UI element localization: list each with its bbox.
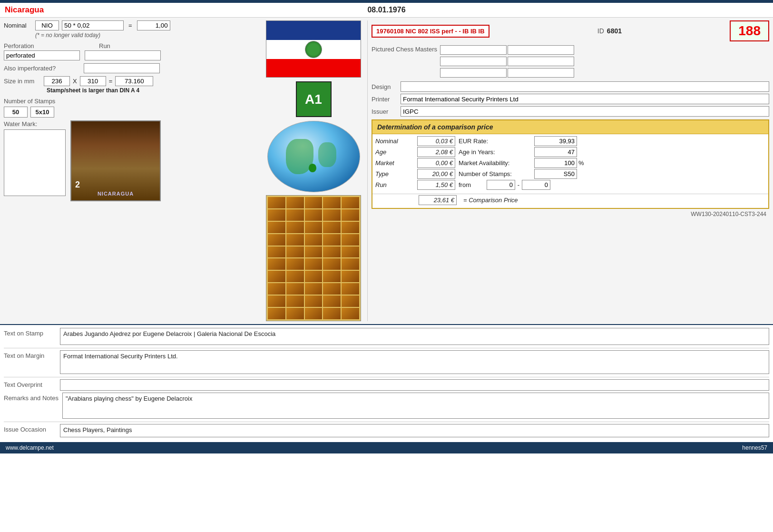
larger-than-note: Stamp/sheet is larger than DIN A 4: [47, 87, 261, 94]
comp-value-nominal: 0,03 €: [417, 136, 455, 146]
comparison-grid: Nominal 0,03 € EUR Rate: Age 2,08 € Age …: [372, 134, 768, 194]
comp-text-run-from: from: [457, 180, 485, 189]
comp-row-nominal: Nominal 0,03 € EUR Rate:: [375, 136, 765, 146]
size-height-input[interactable]: [80, 76, 106, 86]
also-imperf-input[interactable]: [84, 63, 160, 73]
divider-2: [4, 377, 769, 377]
issuer-input[interactable]: [401, 106, 769, 117]
pc-input-3b[interactable]: [508, 68, 574, 78]
watermark-section: Water Mark:: [4, 120, 66, 196]
divider-1: [4, 348, 769, 348]
issuer-row: Issuer: [372, 106, 769, 117]
comp-total-value: 23,61 €: [419, 195, 457, 205]
footer-left: www.delcampe.net: [6, 444, 54, 451]
text-on-stamp-input[interactable]: Arabes Jugando Ajedrez por Eugene Delacr…: [60, 328, 769, 345]
design-label: Design: [372, 83, 398, 90]
text-overprint-row: Text Overprint: [4, 379, 769, 391]
main-content: Nominal = (* = no longer valid today) Pe…: [0, 18, 773, 324]
nominal-row: Nominal =: [4, 20, 261, 30]
comp-text-market: Market Availability:: [457, 158, 533, 167]
watermark-box: [4, 129, 66, 196]
design-input[interactable]: [401, 81, 769, 92]
issue-occasion-input[interactable]: Chess Players, Paintings: [60, 424, 769, 437]
comp-row-run: Run 1,50 € from -: [375, 180, 765, 190]
text-on-margin-label: Text on Margin: [4, 350, 56, 359]
comp-label-age: Age: [375, 148, 416, 156]
size-x: X: [73, 78, 77, 85]
comp-input-age[interactable]: [534, 147, 577, 157]
date: 08.01.1976: [259, 6, 514, 14]
text-on-stamp-label: Text on Stamp: [4, 328, 56, 337]
size-width-input[interactable]: [44, 76, 70, 86]
watermark-label: Water Mark:: [4, 120, 66, 128]
comp-label-run: Run: [375, 181, 416, 188]
bottom-sections: Text on Stamp Arabes Jugando Ajedrez por…: [0, 324, 773, 442]
nominal-currency-input[interactable]: [35, 20, 59, 30]
comp-input-run-to[interactable]: [522, 180, 550, 190]
comp-input-type[interactable]: [534, 169, 577, 179]
comp-value-run: 1,50 €: [417, 180, 455, 190]
right-top-row: 19760108 NIC 802 ISS perf - - IB IB IB I…: [372, 20, 769, 41]
num-stamps-row: 50 5x10: [4, 107, 261, 118]
pc-input-1a[interactable]: [440, 45, 507, 55]
num-count-box: 50: [4, 107, 28, 118]
pc-input-2a[interactable]: [440, 57, 507, 66]
comp-input-market[interactable]: [534, 158, 577, 168]
issue-occasion-label: Issue Occasion: [4, 424, 56, 433]
text-on-stamp-row: Text on Stamp Arabes Jugando Ajedrez por…: [4, 328, 769, 345]
sheet-preview: [266, 195, 361, 321]
middle-panel: A1: [264, 20, 363, 321]
design-row: Design: [372, 81, 769, 92]
pictured-chess-label: Pictured Chess Masters: [372, 45, 437, 54]
size-label: Size in mm: [4, 78, 42, 85]
comp-input-eur[interactable]: [534, 136, 577, 146]
comp-label-type: Type: [375, 170, 416, 177]
printer-row: Printer: [372, 94, 769, 104]
left-panel: Nominal = (* = no longer valid today) Pe…: [4, 20, 261, 321]
comp-label-market: Market: [375, 159, 416, 167]
pc-input-1b[interactable]: [508, 45, 574, 55]
text-on-margin-row: Text on Margin Format International Secu…: [4, 350, 769, 374]
comp-input-run-from[interactable]: [487, 180, 515, 190]
pc-input-2b[interactable]: [508, 57, 574, 66]
nominal-value-input[interactable]: [62, 20, 124, 30]
issue-occasion-row: Issue Occasion Chess Players, Paintings: [4, 424, 769, 437]
num-stamps-section: Number of Stamps 50 5x10: [4, 98, 261, 118]
comp-dash: -: [517, 181, 520, 188]
id-section: ID 6801: [597, 27, 622, 35]
comp-text-age: Age in Years:: [457, 148, 533, 157]
comp-total-label: = Comparison Price: [460, 196, 522, 205]
size-result-input[interactable]: [115, 76, 153, 86]
comp-row-type: Type 20,00 € Number of Stamps:: [375, 169, 765, 179]
divider-3: [4, 422, 769, 422]
comp-text-eur: EUR Rate:: [457, 137, 533, 146]
id-label: ID: [597, 27, 604, 35]
nominal-label: Nominal: [4, 22, 32, 29]
comp-row-market: Market 0,00 € Market Availability: %: [375, 158, 765, 168]
footer-right: hennes57: [742, 444, 767, 451]
size-equals: =: [109, 78, 113, 85]
comp-label-nominal: Nominal: [375, 138, 416, 145]
nominal-result-input[interactable]: [137, 20, 170, 30]
nominal-note: (* = no longer valid today): [35, 32, 261, 39]
country-name: Nicaragua: [5, 5, 259, 15]
remarks-input[interactable]: "Arabians playing chess" by Eugene Delac…: [62, 393, 769, 419]
stamp-image: NICARAGUA 2: [70, 120, 161, 201]
remarks-row: Remarks and Notes "Arabians playing ches…: [4, 393, 769, 419]
text-on-margin-input[interactable]: Format International Security Printers L…: [60, 350, 769, 374]
perforation-input[interactable]: [4, 50, 80, 60]
pc-inputs-grid: [440, 45, 574, 79]
num-stamps-label: Number of Stamps: [4, 98, 261, 105]
printer-label: Printer: [372, 96, 398, 103]
nicaragua-flag: [266, 20, 361, 78]
issuer-label: Issuer: [372, 108, 398, 115]
score-box: 188: [730, 20, 769, 41]
num-arrangement-box: 5x10: [30, 107, 54, 118]
printer-input[interactable]: [401, 94, 769, 104]
text-overprint-input[interactable]: [60, 379, 769, 391]
run-input[interactable]: [85, 50, 161, 60]
comp-text-type: Number of Stamps:: [457, 169, 533, 178]
comparison-title: Determination of a comparison price: [372, 120, 768, 134]
perforation-label: Perforation: [4, 42, 99, 49]
pc-input-3a[interactable]: [440, 68, 507, 78]
